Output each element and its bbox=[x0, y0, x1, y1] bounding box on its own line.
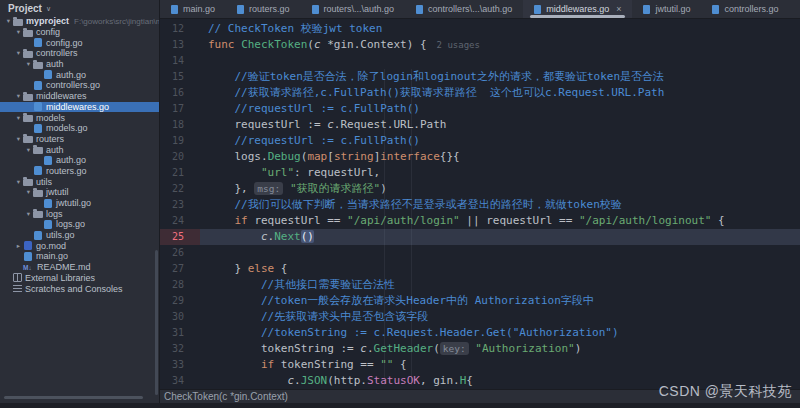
tree-item-main-go[interactable]: main.go bbox=[0, 251, 159, 262]
tree-item-controllers-go[interactable]: controllers.go bbox=[0, 80, 159, 91]
tree-item-routers[interactable]: ▾routers bbox=[0, 134, 159, 145]
tree-item-readme-md[interactable]: M↓README.md bbox=[0, 262, 159, 273]
tab-jwtutil-go[interactable]: jwtutil.go bbox=[632, 0, 701, 18]
code-line-21[interactable]: 21 "url": requestUrl, bbox=[160, 165, 800, 181]
tab-middlewares-go[interactable]: middlewares.go× bbox=[523, 0, 632, 18]
line-number[interactable]: 33 bbox=[160, 357, 200, 373]
code-line-19[interactable]: 19 //requestUrl := c.FullPath() bbox=[160, 133, 800, 149]
code-line-13[interactable]: 13func CheckToken(c *gin.Context) {2 usa… bbox=[160, 37, 800, 53]
code-line-15[interactable]: 15 //验证token是否合法，除了login和loginout之外的请求，都… bbox=[160, 69, 800, 85]
tree-item-routers-go[interactable]: routers.go bbox=[0, 166, 159, 177]
tree-item-myproject[interactable]: ▾myprojectF:\goworks\src\jingtian\myproj bbox=[0, 16, 159, 27]
chevron-open-icon[interactable]: ▾ bbox=[14, 28, 23, 36]
chevron-open-icon[interactable]: ▾ bbox=[24, 60, 33, 68]
code-line-26[interactable]: 26 bbox=[160, 245, 800, 261]
chevron-open-icon[interactable]: ▾ bbox=[14, 178, 23, 186]
tree-item-logs[interactable]: ▾logs bbox=[0, 208, 159, 219]
line-number[interactable]: 12 bbox=[160, 21, 200, 37]
tree-item-label: utils bbox=[36, 177, 52, 187]
project-panel-header[interactable]: Project ∨ bbox=[0, 0, 159, 16]
tree-item-utils-go[interactable]: utils.go bbox=[0, 230, 159, 241]
code-line-29[interactable]: 29 //token一般会存放在请求头Header中的 Authorizatio… bbox=[160, 293, 800, 309]
line-number[interactable]: 17 bbox=[160, 101, 200, 117]
code-line-33[interactable]: 33 if tokenString == "" { bbox=[160, 357, 800, 373]
code-line-16[interactable]: 16 //获取请求路径,c.FullPath()获取请求群路径 这个也可以c.R… bbox=[160, 85, 800, 101]
code-line-23[interactable]: 23 //我们可以做下判断，当请求路径不是登录或者登出的路径时，就做token校… bbox=[160, 197, 800, 213]
line-number[interactable]: 26 bbox=[160, 245, 200, 261]
chevron-open-icon[interactable]: ▾ bbox=[14, 114, 23, 122]
tree-item-config-go[interactable]: config.go bbox=[0, 37, 159, 48]
tree-item-utils[interactable]: ▾utils bbox=[0, 176, 159, 187]
chevron-open-icon[interactable]: ▾ bbox=[24, 210, 33, 218]
tree-item-external-libraries[interactable]: External Libraries bbox=[0, 273, 159, 284]
tree-item-jwtutil[interactable]: ▾jwtutil bbox=[0, 187, 159, 198]
line-number[interactable]: 34 bbox=[160, 373, 200, 389]
line-number[interactable]: 29 bbox=[160, 293, 200, 309]
sidebar-horizontal-scrollbar[interactable] bbox=[4, 396, 143, 399]
code-line-30[interactable]: 30 //先获取请求头中是否包含该字段 bbox=[160, 309, 800, 325]
code-line-27[interactable]: 27 } else { bbox=[160, 261, 800, 277]
code-line-20[interactable]: 20 logs.Debug(map[string]interface{}{ bbox=[160, 149, 800, 165]
tree-item-controllers[interactable]: ▾controllers bbox=[0, 48, 159, 59]
code-line-24[interactable]: 24 if requestUrl == "/api/auth/login" ||… bbox=[160, 213, 800, 229]
code-line-31[interactable]: 31 //tokenString := c.Request.Header.Get… bbox=[160, 325, 800, 341]
tree-item-go-mod[interactable]: ▸go.mod bbox=[0, 240, 159, 251]
tree-item-middlewares[interactable]: ▾middlewares bbox=[0, 91, 159, 102]
line-number[interactable]: 13 bbox=[160, 37, 200, 53]
code-line-18[interactable]: 18 requestUrl := c.Request.URL.Path bbox=[160, 117, 800, 133]
folder-icon bbox=[23, 179, 33, 186]
editor[interactable]: 12// CheckToken 校验jwt token13func CheckT… bbox=[160, 19, 800, 389]
tree-item-jwtutil-go[interactable]: jwtutil.go bbox=[0, 198, 159, 209]
line-number[interactable]: 14 bbox=[160, 53, 200, 69]
tab-utils-go[interactable]: utils.go bbox=[790, 0, 800, 18]
code-line-32[interactable]: 32 tokenString := c.GetHeader(key: "Auth… bbox=[160, 341, 800, 357]
line-number[interactable]: 27 bbox=[160, 261, 200, 277]
tree-item-auth[interactable]: ▾auth bbox=[0, 144, 159, 155]
sidebar-vertical-scrollbar[interactable] bbox=[155, 250, 158, 395]
line-number[interactable]: 24 bbox=[160, 213, 200, 229]
line-number[interactable]: 16 bbox=[160, 85, 200, 101]
indent-guide bbox=[384, 69, 385, 385]
chevron-open-icon[interactable]: ▾ bbox=[14, 135, 23, 143]
line-number[interactable]: 15 bbox=[160, 69, 200, 85]
code-line-14[interactable]: 14 bbox=[160, 53, 800, 69]
tree-item-auth-go[interactable]: auth.go bbox=[0, 69, 159, 80]
line-number[interactable]: 20 bbox=[160, 149, 200, 165]
tree-item-models-go[interactable]: models.go bbox=[0, 123, 159, 134]
line-number[interactable]: 23 bbox=[160, 197, 200, 213]
tree-item-config[interactable]: ▾config bbox=[0, 27, 159, 38]
tab-routers-auth-go[interactable]: routers\...\auth.go bbox=[301, 0, 406, 18]
line-number[interactable]: 21 bbox=[160, 165, 200, 181]
line-number[interactable]: 22 bbox=[160, 181, 200, 197]
code-line-22[interactable]: 22 }, msg: "获取的请求路径") bbox=[160, 181, 800, 197]
line-number[interactable]: 25 bbox=[160, 229, 200, 245]
line-number[interactable]: 31 bbox=[160, 325, 200, 341]
breadcrumb[interactable]: CheckToken(c *gin.Context) bbox=[164, 391, 288, 402]
code-line-17[interactable]: 17 //requestUrl := c.FullPath() bbox=[160, 101, 800, 117]
tab-main-go[interactable]: main.go bbox=[160, 0, 226, 18]
line-number[interactable]: 32 bbox=[160, 341, 200, 357]
tree-item-auth[interactable]: ▾auth bbox=[0, 59, 159, 70]
tree-item-scratches-and-consoles[interactable]: Scratches and Consoles bbox=[0, 283, 159, 294]
close-icon[interactable]: × bbox=[616, 4, 621, 14]
line-number[interactable]: 30 bbox=[160, 309, 200, 325]
chevron-open-icon[interactable]: ▾ bbox=[14, 92, 23, 100]
line-number[interactable]: 28 bbox=[160, 277, 200, 293]
chevron-open-icon[interactable]: ▾ bbox=[4, 17, 13, 25]
tab-routers-go[interactable]: routers.go bbox=[226, 0, 301, 18]
line-number[interactable]: 19 bbox=[160, 133, 200, 149]
chevron-open-icon[interactable]: ▾ bbox=[24, 146, 33, 154]
chevron-closed-icon[interactable]: ▸ bbox=[14, 242, 23, 250]
chevron-open-icon[interactable]: ▾ bbox=[14, 49, 23, 57]
code-line-25[interactable]: 25 c.Next() bbox=[160, 229, 800, 245]
code-line-28[interactable]: 28 //其他接口需要验证合法性 bbox=[160, 277, 800, 293]
tree-item-auth-go[interactable]: auth.go bbox=[0, 155, 159, 166]
tab-controllers-auth-go[interactable]: controllers\...\auth.go bbox=[405, 0, 523, 18]
tree-item-logs-go[interactable]: logs.go bbox=[0, 219, 159, 230]
tree-item-models[interactable]: ▾models bbox=[0, 112, 159, 123]
chevron-open-icon[interactable]: ▾ bbox=[24, 188, 33, 196]
tree-item-middlewares-go[interactable]: middlewares.go bbox=[0, 102, 159, 113]
tab-controllers-go[interactable]: controllers.go bbox=[701, 0, 789, 18]
line-number[interactable]: 18 bbox=[160, 117, 200, 133]
code-line-12[interactable]: 12// CheckToken 校验jwt token bbox=[160, 21, 800, 37]
